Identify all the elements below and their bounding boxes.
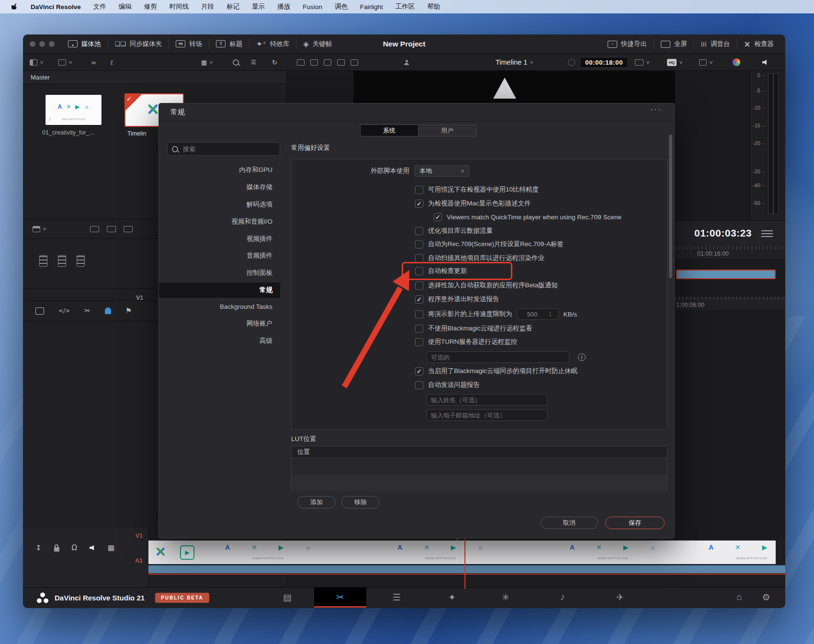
titles-button[interactable]: T 标题	[209, 34, 249, 53]
people-icon[interactable]	[404, 54, 409, 71]
media-clip-thumbnail[interactable]: A ✕ ▶ ☼ ♪ WWW.APPTVP.COM	[45, 94, 102, 125]
checkbox-scan-remote-render[interactable]	[415, 254, 423, 262]
sidebar-item-network-accounts[interactable]: 网络账户	[159, 316, 280, 331]
color-grade-icon[interactable]	[733, 54, 740, 71]
home-icon[interactable]: ⌂	[730, 588, 749, 607]
checkbox-mac-color-profile[interactable]	[415, 200, 423, 208]
info-icon[interactable]: i	[578, 353, 586, 361]
checkbox-limit-upload[interactable]	[415, 310, 423, 318]
checkbox-viewers-quicktime[interactable]	[434, 213, 442, 221]
menu-color[interactable]: 调色	[335, 2, 348, 11]
checkbox-prevent-sleep[interactable]	[415, 367, 423, 375]
menu-timeline[interactable]: 时间线	[170, 2, 189, 11]
timeline-view-icon[interactable]	[35, 307, 44, 315]
track-a1-label[interactable]: A1	[135, 557, 143, 564]
script-dropdown[interactable]: 本地∨	[415, 165, 469, 177]
timeline-selector[interactable]: Timeline 1∨	[496, 54, 533, 71]
pane-toggle-button[interactable]: ∨	[30, 54, 44, 71]
dialog-scrollbar[interactable]	[669, 135, 672, 278]
film-icon[interactable]: ▦	[108, 543, 114, 552]
hq-proxy-button[interactable]: HQ∨	[667, 54, 683, 71]
turn-server-input[interactable]	[427, 351, 569, 363]
checkbox-no-cloud-monitor[interactable]	[415, 325, 423, 333]
strip-icon[interactable]	[310, 59, 318, 66]
ruler-top[interactable]: 01:00:16:00	[675, 247, 785, 259]
effects-library-button[interactable]: ✦⁺ 特效库	[249, 34, 296, 53]
timecode-field[interactable]: 00:00:18:00	[580, 54, 628, 71]
tab-system[interactable]: 系统	[361, 125, 418, 136]
page-color-icon[interactable]: ✳	[496, 588, 515, 607]
snapping-icon[interactable]	[105, 307, 111, 314]
link-clips-icon[interactable]: ∞	[91, 54, 96, 71]
sidebar-item-advanced[interactable]: 高级	[159, 333, 280, 349]
track-v1-label[interactable]: V1	[136, 532, 143, 539]
headphones-icon[interactable]: Ω	[72, 543, 77, 552]
lock-icon[interactable]	[54, 547, 59, 552]
razor-icon[interactable]: ✂	[84, 306, 90, 315]
menu-view[interactable]: 显示	[252, 2, 265, 11]
minimize-window-icon[interactable]	[39, 41, 45, 47]
viewer-mode-icons[interactable]	[297, 54, 358, 71]
fader-icon[interactable]	[39, 255, 47, 267]
menu-file[interactable]: 文件	[93, 2, 106, 11]
checkbox-optimize-cloud[interactable]	[415, 227, 423, 235]
sidebar-item-control-panels[interactable]: 控制面板	[159, 265, 280, 281]
search-input[interactable]	[182, 145, 265, 153]
upload-speed-stepper[interactable]: ∧∨	[517, 308, 559, 320]
checkbox-turn-server[interactable]	[415, 338, 423, 346]
media-bin-header[interactable]: Master	[23, 71, 286, 84]
cancel-button[interactable]: 取消	[541, 517, 598, 529]
email-input[interactable]	[427, 409, 547, 421]
page-deliver-icon[interactable]: ✈	[610, 588, 630, 607]
menu-clip[interactable]: 片段	[201, 2, 214, 11]
mute-speaker-icon[interactable]	[90, 545, 95, 551]
search-media-icon[interactable]	[233, 54, 239, 71]
audio-speaker-icon[interactable]	[762, 54, 768, 71]
transitions-button[interactable]: ⋈ 转场	[169, 34, 209, 53]
traffic-lights[interactable]	[30, 41, 55, 47]
sync-bin-button[interactable]: ❏❏ 同步媒体夹	[108, 34, 169, 53]
timeline-clip-name[interactable]: Timelin	[127, 130, 147, 137]
zoom-window-icon[interactable]	[49, 41, 55, 47]
sort-icon[interactable]: ☰	[251, 54, 256, 71]
name-input[interactable]	[427, 394, 547, 406]
import-media-button[interactable]: ∨	[58, 54, 72, 71]
refresh-icon[interactable]: ↻	[272, 54, 277, 71]
remove-button[interactable]: 移除	[341, 496, 380, 508]
menu-workspace[interactable]: 工作区	[396, 2, 415, 11]
sidebar-item-decode[interactable]: 解码选项	[159, 197, 280, 212]
fader-icon[interactable]	[77, 255, 85, 267]
strip-icon[interactable]	[337, 59, 345, 66]
split-icon[interactable]: ↕	[35, 543, 42, 552]
fullscreen-button[interactable]: 全屏	[654, 34, 694, 54]
keyframes-button[interactable]: ◈ 关键帧	[296, 34, 339, 53]
clapper-button[interactable]: ∨	[33, 219, 46, 238]
page-edit-icon[interactable]: ☰	[387, 588, 406, 607]
menu-mark[interactable]: 标记	[226, 2, 239, 11]
sidebar-item-general-selected[interactable]: 常规	[159, 282, 280, 298]
code-trim-icon[interactable]: </>	[58, 307, 70, 314]
sidebar-item-background-tasks[interactable]: Background Tasks	[159, 299, 280, 315]
page-fairlight-icon[interactable]: ♪	[553, 588, 572, 607]
checkbox-10bit[interactable]	[415, 186, 423, 194]
checkbox-auto-issue-report[interactable]	[415, 381, 423, 389]
unlink-clips-icon[interactable]: ⁒	[110, 54, 113, 71]
checkbox-rec709a[interactable]	[415, 240, 423, 249]
lut-empty-row[interactable]	[292, 475, 667, 491]
playhead[interactable]	[464, 536, 465, 589]
flag-icon[interactable]: ⚑	[125, 306, 132, 315]
checkbox-crash-report[interactable]	[415, 295, 423, 304]
sidebar-item-media-storage[interactable]: 媒体存储	[159, 180, 280, 195]
page-cut-tab-selected[interactable]: ✂	[314, 588, 366, 607]
strip-icon[interactable]	[350, 59, 358, 66]
mixer-button[interactable]: ☰ 调音台	[694, 34, 736, 54]
sidebar-item-memory-gpu[interactable]: 内存和GPU	[159, 162, 280, 178]
video-track-strip[interactable]: ▶ A✕▶☼ WWW.APPTVP.COM A✕▶☼ WWW.APPTVP.CO…	[148, 540, 776, 564]
lut-empty-row[interactable]	[292, 458, 667, 475]
menubar-app-name[interactable]: DaVinci Resolve	[31, 3, 81, 11]
checkbox-beta-notify[interactable]	[415, 282, 423, 290]
timeline-clip-selected[interactable]	[676, 270, 776, 279]
upload-speed-input[interactable]	[518, 310, 547, 318]
menu-help[interactable]: 帮助	[427, 2, 440, 11]
menu-fairlight[interactable]: Fairlight	[360, 3, 383, 11]
